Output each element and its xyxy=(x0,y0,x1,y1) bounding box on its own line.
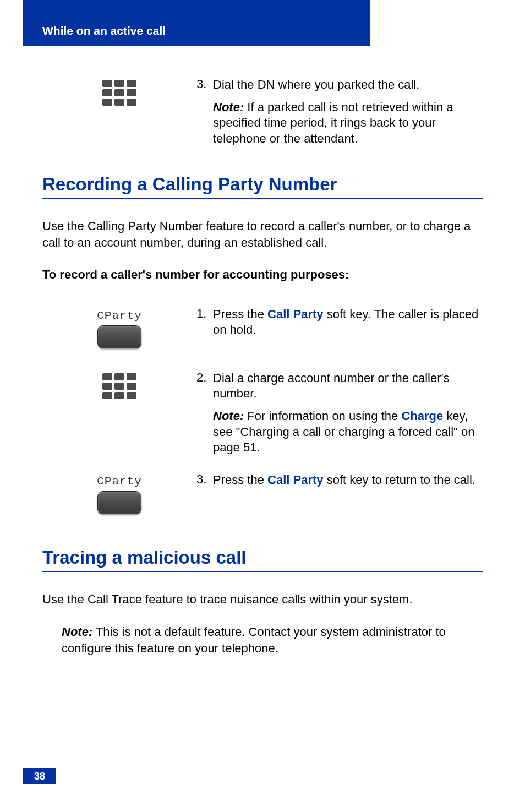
recording-step-3: CParty 3. Press the Call Party soft key … xyxy=(42,472,483,514)
step-number: 3. xyxy=(196,472,213,514)
page-number: 38 xyxy=(23,768,56,784)
softkey-label: CParty xyxy=(97,475,142,488)
link-call-party: Call Party xyxy=(267,307,324,321)
heading-tracing: Tracing a malicious call xyxy=(42,547,483,572)
keypad-icon xyxy=(102,373,136,399)
softkey-cparty-icon: CParty xyxy=(97,475,142,514)
page-content: 3. Dial the DN where you parked the call… xyxy=(42,77,483,657)
step-text: Press the Call Party soft key to return … xyxy=(213,472,483,514)
tracing-intro: Use the Call Trace feature to trace nuis… xyxy=(42,591,483,608)
icon-column xyxy=(42,370,196,456)
step-number: 2. xyxy=(196,370,213,456)
recording-step-1: CParty 1. Press the Call Party soft key.… xyxy=(42,307,483,348)
text-column: 1. Press the Call Party soft key. The ca… xyxy=(196,307,483,348)
step-text: Press the Call Party soft key. The calle… xyxy=(213,307,483,348)
soft-button-icon xyxy=(97,325,141,348)
softkey-label: CParty xyxy=(97,309,142,322)
recording-procedure-title: To record a caller's number for accounti… xyxy=(42,268,483,282)
step-text: Dial a charge account number or the call… xyxy=(213,370,483,456)
icon-column: CParty xyxy=(42,307,196,348)
parked-step-row: 3. Dial the DN where you parked the call… xyxy=(42,77,483,146)
step-note: Note: If a parked call is not retrieved … xyxy=(213,100,483,147)
recording-intro: Use the Calling Party Number feature to … xyxy=(42,218,483,250)
text-column: 3. Press the Call Party soft key to retu… xyxy=(196,472,483,514)
soft-button-icon xyxy=(97,491,141,514)
step-number: 3. xyxy=(196,77,213,146)
text-column: 2. Dial a charge account number or the c… xyxy=(196,370,483,456)
softkey-cparty-icon: CParty xyxy=(97,309,142,348)
step-text: Dial the DN where you parked the call. N… xyxy=(213,77,483,146)
step-number: 1. xyxy=(196,307,213,348)
link-charge: Charge xyxy=(401,409,443,423)
step-note: Note: For information on using the Charg… xyxy=(213,408,483,456)
header-section-title: While on an active call xyxy=(42,24,166,37)
icon-column: CParty xyxy=(42,472,196,514)
header-bar: While on an active call xyxy=(23,0,370,46)
recording-step-2: 2. Dial a charge account number or the c… xyxy=(42,370,483,456)
text-column: 3. Dial the DN where you parked the call… xyxy=(196,77,483,146)
link-call-party: Call Party xyxy=(267,473,324,487)
tracing-note: Note: This is not a default feature. Con… xyxy=(62,624,483,656)
heading-recording: Recording a Calling Party Number xyxy=(42,174,483,199)
keypad-icon xyxy=(102,80,136,106)
icon-column xyxy=(42,77,196,146)
